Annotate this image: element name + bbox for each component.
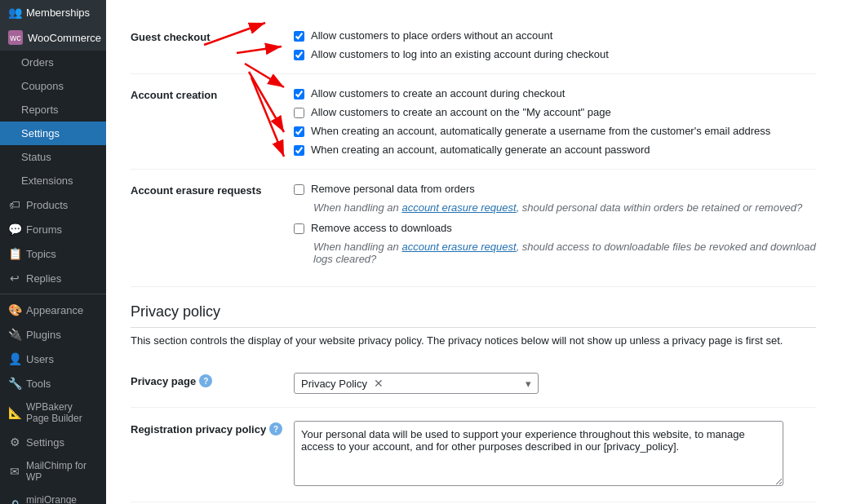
replies-icon: ↩ bbox=[8, 272, 21, 285]
gc-option-2: Allow customers to log into an existing … bbox=[294, 48, 816, 60]
account-creation-row: Account creation Allow customers to crea… bbox=[131, 74, 816, 170]
privacy-policy-section: Privacy policy This section controls the… bbox=[131, 303, 816, 504]
sidebar-item-products[interactable]: 🏷 Products bbox=[0, 192, 106, 217]
ae-option-2: Remove access to downloads bbox=[294, 222, 816, 234]
sidebar-item-replies[interactable]: ↩ Replies bbox=[0, 266, 106, 290]
sidebar-item-plugins[interactable]: 🔌 Plugins bbox=[0, 322, 106, 347]
products-icon: 🏷 bbox=[8, 198, 21, 211]
settings2-icon: ⚙ bbox=[8, 435, 21, 449]
sidebar-item-forums[interactable]: 💬 Forums bbox=[0, 217, 106, 241]
privacy-page-select[interactable]: Privacy Policy ✕ ▾ bbox=[294, 373, 539, 394]
sidebar-item-wpbakery[interactable]: 📐 WPBakery Page Builder bbox=[0, 396, 106, 430]
tools-icon: 🔧 bbox=[8, 377, 21, 390]
content-area: Guest checkout Allow customers to place … bbox=[106, 0, 841, 504]
privacy-page-arrow: ▾ bbox=[526, 378, 531, 390]
sidebar-item-users[interactable]: 👤 Users bbox=[0, 347, 106, 371]
sidebar-item-settings[interactable]: Settings bbox=[0, 122, 106, 145]
mailchimp-icon: ✉ bbox=[8, 465, 21, 478]
memberships-icon: 👥 bbox=[8, 6, 21, 19]
ae2-link[interactable]: account erasure request bbox=[401, 241, 516, 253]
registration-privacy-content bbox=[294, 421, 816, 489]
sidebar-item-memberships[interactable]: 👥 Memberships bbox=[0, 0, 106, 24]
account-erasure-content: Remove personal data from orders When ha… bbox=[294, 183, 816, 273]
sidebar-item-status[interactable]: Status bbox=[0, 145, 106, 169]
main-wrapper: Guest checkout Allow customers to place … bbox=[106, 0, 865, 504]
ae-option-1: Remove personal data from orders bbox=[294, 183, 816, 195]
account-erasure-row: Account erasure requests Remove personal… bbox=[131, 170, 816, 287]
users-icon: 👤 bbox=[8, 352, 21, 365]
registration-privacy-textarea[interactable] bbox=[294, 421, 783, 486]
ae2-checkbox[interactable] bbox=[294, 223, 304, 234]
ac1-checkbox[interactable] bbox=[294, 89, 304, 99]
gc1-checkbox[interactable] bbox=[294, 31, 304, 42]
account-creation-content: Allow customers to create an account dur… bbox=[294, 87, 816, 156]
ae1-checkbox[interactable] bbox=[294, 184, 304, 195]
privacy-policy-desc: This section controls the display of you… bbox=[131, 334, 816, 347]
privacy-page-clear[interactable]: ✕ bbox=[374, 377, 384, 390]
topics-icon: 📋 bbox=[8, 247, 21, 260]
sidebar-item-mailchimp[interactable]: ✉ MailChimp for WP bbox=[0, 454, 106, 489]
sidebar-item-reports[interactable]: Reports bbox=[0, 98, 106, 122]
main-content: Guest checkout Allow customers to place … bbox=[106, 0, 865, 504]
ac4-checkbox[interactable] bbox=[294, 145, 304, 156]
ae1-note: When handling an account erasure request… bbox=[313, 201, 816, 214]
sidebar-item-extensions[interactable]: Extensions bbox=[0, 169, 106, 192]
ac-option-2: Allow customers to create an account on … bbox=[294, 106, 816, 118]
ac-option-3: When creating an account, automatically … bbox=[294, 125, 816, 137]
sidebar-item-orders[interactable]: Orders bbox=[0, 51, 106, 74]
ac-option-4: When creating an account, automatically … bbox=[294, 144, 816, 156]
sidebar-item-tools[interactable]: 🔧 Tools bbox=[0, 371, 106, 396]
sidebar-item-topics[interactable]: 📋 Topics bbox=[0, 241, 106, 266]
gc-option-1: Allow customers to place orders without … bbox=[294, 29, 816, 42]
wpbakery-icon: 📐 bbox=[8, 406, 21, 419]
registration-privacy-row: Registration privacy policy ? bbox=[131, 408, 816, 502]
ac2-checkbox[interactable] bbox=[294, 108, 304, 118]
registration-privacy-help-icon[interactable]: ? bbox=[269, 422, 282, 435]
privacy-page-row: Privacy page ? Privacy Policy ✕ ▾ bbox=[131, 360, 816, 408]
sidebar-item-settings2[interactable]: ⚙ Settings bbox=[0, 430, 106, 454]
account-creation-label: Account creation bbox=[131, 87, 294, 101]
guest-checkout-content: Allow customers to place orders without … bbox=[294, 29, 816, 60]
privacy-page-content: Privacy Policy ✕ ▾ bbox=[294, 373, 816, 394]
ae2-note: When handling an account erasure request… bbox=[313, 241, 816, 265]
guest-checkout-row: Guest checkout Allow customers to place … bbox=[131, 16, 816, 74]
privacy-policy-title: Privacy policy bbox=[131, 303, 816, 328]
plugins-icon: 🔌 bbox=[8, 328, 21, 341]
sidebar-item-woocommerce[interactable]: wc WooCommerce bbox=[0, 24, 106, 51]
ae1-link[interactable]: account erasure request bbox=[401, 201, 516, 214]
sidebar-item-coupons[interactable]: Coupons bbox=[0, 74, 106, 98]
ac3-checkbox[interactable] bbox=[294, 126, 304, 137]
sidebar-item-miniorange[interactable]: 🔒 miniOrange Social bbox=[0, 489, 106, 504]
forums-icon: 💬 bbox=[8, 223, 21, 236]
sidebar-item-appearance[interactable]: 🎨 Appearance bbox=[0, 298, 106, 322]
guest-checkout-label: Guest checkout bbox=[131, 29, 294, 43]
privacy-page-help-icon[interactable]: ? bbox=[199, 374, 212, 387]
privacy-page-label: Privacy page ? bbox=[131, 373, 294, 387]
appearance-icon: 🎨 bbox=[8, 303, 21, 316]
gc2-checkbox[interactable] bbox=[294, 50, 304, 60]
sidebar: 👥 Memberships wc WooCommerce Orders Coup… bbox=[0, 0, 106, 504]
woocommerce-icon: wc bbox=[8, 30, 23, 45]
miniorange-icon: 🔒 bbox=[8, 499, 21, 504]
account-erasure-label: Account erasure requests bbox=[131, 183, 294, 197]
registration-privacy-label: Registration privacy policy ? bbox=[131, 421, 294, 435]
ac-option-1: Allow customers to create an account dur… bbox=[294, 87, 816, 99]
